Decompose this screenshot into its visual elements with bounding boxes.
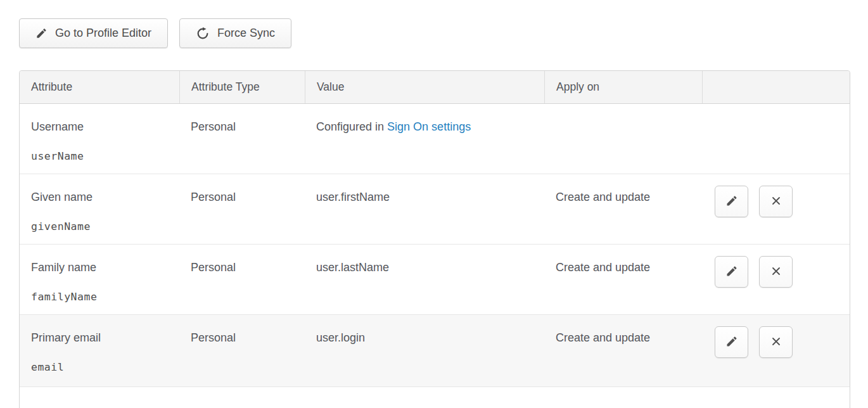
- table-row-primary-email: Primary email email Personal user.login …: [20, 315, 850, 387]
- refresh-icon: [196, 27, 210, 41]
- attribute-type-cell: Personal: [179, 315, 305, 386]
- attribute-cell: Family name familyName: [20, 245, 179, 314]
- close-icon: [770, 265, 782, 279]
- value-prefix-text: Configured in: [316, 120, 387, 133]
- actions-cell: [702, 245, 850, 314]
- header-attribute: Attribute: [20, 71, 179, 103]
- table-header-row: Attribute Attribute Type Value Apply on: [20, 71, 850, 104]
- edit-attribute-button[interactable]: [715, 256, 748, 288]
- pencil-icon: [35, 27, 48, 39]
- attribute-code: givenName: [31, 220, 168, 233]
- delete-attribute-button[interactable]: [759, 326, 793, 358]
- force-sync-label: Force Sync: [217, 27, 275, 40]
- attribute-mappings-page: Go to Profile Editor Force Sync Attribut…: [0, 0, 868, 408]
- value-cell: user.login: [305, 315, 544, 386]
- table-row-username: Username userName Personal Configured in…: [20, 104, 850, 174]
- attribute-code: userName: [31, 150, 168, 162]
- pencil-icon: [725, 335, 738, 350]
- attribute-label: Username: [31, 120, 168, 134]
- pencil-icon: [725, 194, 738, 209]
- delete-attribute-button[interactable]: [759, 186, 793, 217]
- close-icon: [770, 335, 782, 350]
- go-to-profile-editor-label: Go to Profile Editor: [55, 27, 151, 40]
- value-cell: user.firstName: [305, 174, 544, 244]
- attribute-type-cell: Personal: [179, 104, 305, 174]
- table-row-family-name: Family name familyName Personal user.las…: [20, 245, 850, 315]
- sign-on-settings-link[interactable]: Sign On settings: [387, 120, 471, 133]
- actions-cell: [702, 104, 850, 174]
- go-to-profile-editor-button[interactable]: Go to Profile Editor: [19, 18, 168, 48]
- edit-attribute-button[interactable]: [715, 186, 748, 217]
- attribute-cell: Primary email email: [20, 315, 179, 386]
- force-sync-button[interactable]: Force Sync: [179, 18, 291, 48]
- attribute-label: Primary email: [31, 331, 168, 345]
- attribute-label: Given name: [31, 191, 168, 204]
- edit-attribute-button[interactable]: [715, 326, 748, 358]
- pencil-icon: [725, 265, 738, 279]
- actions-cell: [702, 174, 850, 244]
- header-attribute-type: Attribute Type: [179, 71, 305, 103]
- attribute-label: Family name: [31, 261, 168, 274]
- attribute-code: email: [31, 361, 168, 373]
- attribute-cell: Given name givenName: [20, 174, 179, 244]
- attribute-type-cell: Personal: [179, 174, 305, 244]
- apply-on-cell: [544, 104, 702, 174]
- actions-cell: [702, 315, 850, 386]
- table-row-given-name: Given name givenName Personal user.first…: [20, 174, 850, 245]
- toolbar: Go to Profile Editor Force Sync: [19, 18, 291, 48]
- apply-on-cell: Create and update: [544, 174, 702, 244]
- value-cell: Configured in Sign On settings: [305, 104, 544, 174]
- value-cell: user.lastName: [305, 245, 544, 314]
- table-row-partial: [20, 387, 850, 408]
- attribute-type-cell: Personal: [179, 245, 305, 314]
- apply-on-cell: Create and update: [544, 315, 702, 386]
- header-value: Value: [305, 71, 544, 103]
- header-actions: [702, 71, 850, 103]
- apply-on-cell: Create and update: [544, 245, 702, 314]
- attribute-mappings-table: Attribute Attribute Type Value Apply on …: [19, 70, 850, 408]
- attribute-code: familyName: [31, 291, 168, 303]
- attribute-cell: Username userName: [20, 104, 179, 174]
- header-apply-on: Apply on: [544, 71, 702, 103]
- close-icon: [770, 194, 782, 209]
- delete-attribute-button[interactable]: [759, 256, 793, 288]
